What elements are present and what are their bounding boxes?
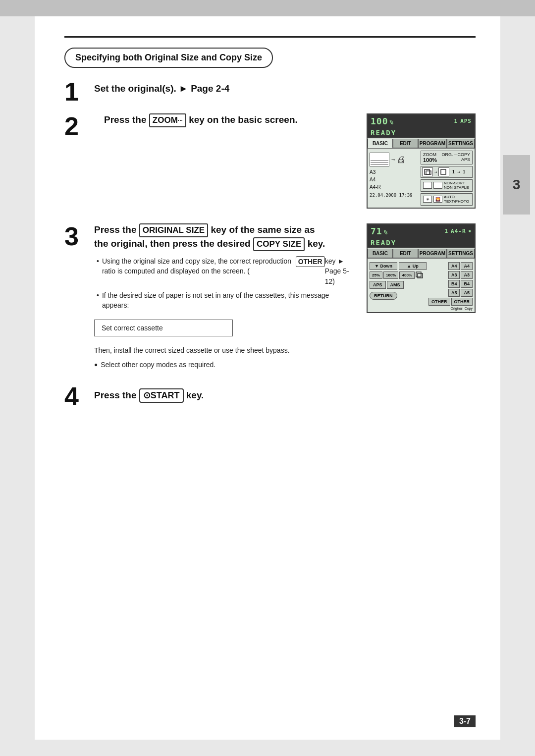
sort-label: NON-SORTNON-STAPLE bbox=[444, 181, 469, 190]
panel1-status: READY bbox=[368, 128, 475, 138]
copy-box-in bbox=[422, 167, 433, 176]
panel2-aps-row: APS AMS bbox=[370, 281, 427, 289]
top-bar bbox=[0, 0, 535, 16]
step-2-number: 2 bbox=[64, 113, 92, 139]
zoom-area: ZOOMORG.→COPY 100% APS bbox=[421, 151, 473, 164]
bullet-list: Using the original size and copy size, t… bbox=[97, 256, 357, 310]
staple-icon bbox=[433, 182, 442, 189]
panel1-body: → 🖨 A3A4A4-R 22.04.2000 17:39 ZOOMORG.→C… bbox=[368, 149, 475, 208]
arrow-icon: ► bbox=[179, 83, 191, 94]
step-1: 1 Set the original(s). ► Page 2-4 bbox=[64, 79, 476, 105]
panel2-tab-program[interactable]: PROGRAM bbox=[418, 249, 447, 258]
pct-25-button[interactable]: 25% bbox=[370, 271, 382, 279]
copies-row: → 1 → 1 bbox=[421, 166, 473, 178]
panel2-nav-row: ▼ Down ▲ Up bbox=[370, 262, 427, 270]
panel2-tab-settings[interactable]: SETTINGS bbox=[447, 249, 475, 258]
svg-rect-1 bbox=[426, 171, 431, 174]
panel1-tabs: BASIC EDIT PROGRAM SETTINGS bbox=[368, 139, 475, 149]
panel2-main-area: ▼ Down ▲ Up 25% 100% 400% bbox=[370, 261, 473, 310]
paper-stack-icon bbox=[370, 153, 389, 166]
orig-a3-button[interactable]: A3 bbox=[448, 271, 460, 279]
copy-box-out bbox=[438, 167, 449, 176]
panel1-percent: 100 bbox=[371, 116, 388, 126]
orig-other-button[interactable]: OTHER bbox=[428, 298, 450, 306]
photo-area: ☀ 🌄 AUTOTEXT/PHOTO bbox=[421, 193, 473, 206]
size-pair-other: OTHER OTHER bbox=[428, 298, 473, 306]
panel2-header: 71 % 1 A4-R ▪ bbox=[368, 224, 475, 238]
original-size-key[interactable]: ORIGINAL SIZE bbox=[139, 223, 208, 237]
message-box: Set correct cassette bbox=[94, 320, 233, 336]
orig-copy-labels: Original Copy bbox=[428, 307, 473, 310]
down-button[interactable]: ▼ Down bbox=[370, 262, 397, 270]
panel1-tab-edit[interactable]: EDIT bbox=[393, 139, 418, 148]
panel1-tab-settings[interactable]: SETTINGS bbox=[447, 139, 475, 148]
step-4-number: 4 bbox=[64, 383, 92, 409]
chapter-number: 3 bbox=[513, 177, 521, 193]
panel1-tab-program[interactable]: PROGRAM bbox=[418, 139, 447, 148]
bullet-item-1: Using the original size and copy size, t… bbox=[97, 256, 357, 286]
zoom-aps: APS bbox=[461, 157, 470, 163]
aps-button[interactable]: APS bbox=[370, 281, 386, 289]
photo-icon: 🌄 bbox=[433, 196, 442, 203]
panel1-copies: 1 bbox=[454, 118, 458, 124]
panel2-left: ▼ Down ▲ Up 25% 100% 400% bbox=[370, 261, 427, 310]
panel2-percent: 71 bbox=[371, 226, 382, 236]
size-pair-b4: B4 B4 bbox=[448, 280, 473, 288]
copy-b4-button[interactable]: B4 bbox=[461, 280, 473, 288]
panel2-tab-edit[interactable]: EDIT bbox=[393, 249, 418, 258]
panel2-tabs: BASIC EDIT PROGRAM SETTINGS bbox=[368, 249, 475, 259]
orig-b4-button[interactable]: B4 bbox=[448, 280, 460, 288]
page-container: 3 Specifying both Original Size and Copy… bbox=[35, 16, 500, 740]
up-button[interactable]: ▲ Up bbox=[399, 262, 427, 270]
copy-a4-button[interactable]: A4 bbox=[461, 262, 473, 270]
svg-rect-3 bbox=[416, 272, 421, 277]
arrow-copies-icon: → bbox=[434, 169, 437, 174]
panel2-header-right: 1 A4-R ▪ bbox=[444, 228, 472, 234]
panel1-left-col: → 🖨 A3A4A4-R 22.04.2000 17:39 bbox=[370, 151, 419, 206]
step-2-content: Press the ZOOM··· key on the basic scree… bbox=[104, 113, 357, 127]
zoom-value: 100% bbox=[423, 157, 437, 163]
panel2-size: A4-R bbox=[451, 228, 466, 234]
other-key[interactable]: OTHER bbox=[296, 256, 325, 267]
step-1-content: Set the original(s). ► Page 2-4 bbox=[94, 79, 476, 95]
ams-button[interactable]: AMS bbox=[387, 281, 404, 289]
sort-icon bbox=[423, 182, 432, 189]
section-title: Specifying both Original Size and Copy S… bbox=[75, 53, 262, 62]
panel1-tab-basic[interactable]: BASIC bbox=[368, 139, 393, 148]
svg-rect-0 bbox=[425, 169, 429, 174]
sun-icon: ☀ bbox=[423, 196, 432, 203]
copy-other-button[interactable]: OTHER bbox=[451, 298, 473, 306]
zoom-key[interactable]: ZOOM··· bbox=[149, 113, 186, 127]
zoom-label: ZOOMORG.→COPY bbox=[423, 152, 470, 157]
orig-a4-button[interactable]: A4 bbox=[448, 262, 460, 270]
copy-label: Copy bbox=[465, 307, 473, 310]
step-4-content: Press the ⊙START key. bbox=[94, 383, 476, 403]
panel2-tab-basic[interactable]: BASIC bbox=[368, 249, 393, 258]
pct-400-button[interactable]: 400% bbox=[399, 271, 414, 279]
section-header: Specifying both Original Size and Copy S… bbox=[64, 48, 273, 68]
size-pair-a5: A5 A5 bbox=[448, 289, 473, 297]
pct-100-button[interactable]: 100% bbox=[383, 271, 398, 279]
datetime: 22.04.2000 17:39 bbox=[370, 193, 419, 198]
panel1-aps: APS bbox=[460, 118, 472, 124]
arrow-right-icon: → bbox=[391, 156, 395, 163]
return-button[interactable]: RETURN bbox=[370, 292, 397, 300]
copy-size-key[interactable]: COPY SIZE bbox=[253, 237, 305, 251]
panel-screen-2: 71 % 1 A4-R ▪ READY BASIC EDIT PROGRAM S… bbox=[367, 223, 476, 313]
panel1-header: 100 % 1 APS bbox=[368, 114, 475, 128]
orig-a5-button[interactable]: A5 bbox=[448, 289, 460, 297]
step-3-inner: 3 Press the ORIGINAL SIZE key of the sam… bbox=[64, 223, 357, 374]
step-3-left: Press the ORIGINAL SIZE key of the same … bbox=[94, 223, 357, 374]
size-pair-a4: A4 A4 bbox=[448, 262, 473, 270]
copy-a5-button[interactable]: A5 bbox=[461, 289, 473, 297]
start-key[interactable]: ⊙START bbox=[139, 388, 184, 403]
step-3-title: Press the ORIGINAL SIZE key of the same … bbox=[94, 223, 357, 251]
svg-rect-2 bbox=[441, 169, 446, 174]
copies-count: 1 → 1 bbox=[452, 169, 465, 174]
step-3-number: 3 bbox=[64, 223, 92, 249]
bullet-item-2: If the desired size of paper is not set … bbox=[97, 290, 357, 311]
chapter-tab: 3 bbox=[503, 155, 530, 215]
page-number-box: 3-7 bbox=[454, 715, 476, 727]
copy-a3-button[interactable]: A3 bbox=[461, 271, 473, 279]
panel-screen-1: 100 % 1 APS READY BASIC EDIT PROGRAM SET… bbox=[367, 113, 476, 209]
